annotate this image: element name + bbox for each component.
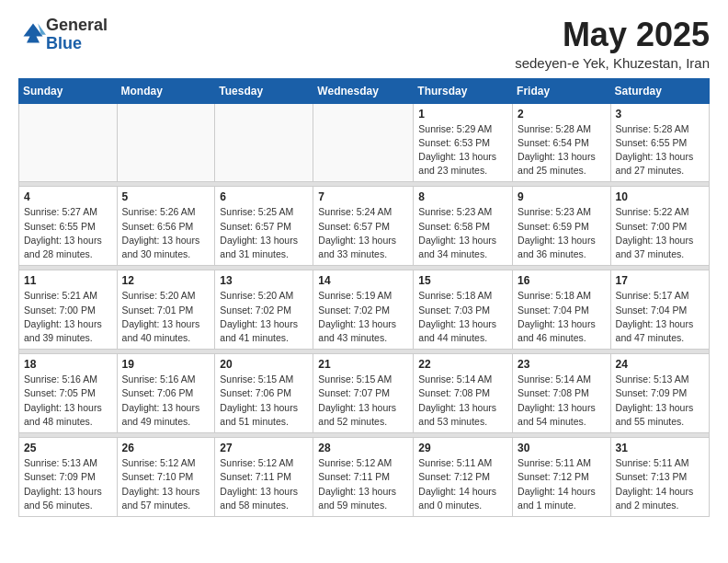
calendar-week-row: 1Sunrise: 5:29 AMSunset: 6:53 PMDaylight… bbox=[19, 103, 710, 182]
day-info: Sunrise: 5:19 AMSunset: 7:02 PMDaylight:… bbox=[318, 289, 408, 345]
day-number: 10 bbox=[616, 190, 704, 203]
day-number: 18 bbox=[24, 358, 112, 371]
day-number: 24 bbox=[616, 358, 704, 371]
calendar-day-cell bbox=[19, 103, 118, 182]
day-info: Sunrise: 5:17 AMSunset: 7:04 PMDaylight:… bbox=[616, 289, 704, 345]
col-tuesday: Tuesday bbox=[215, 78, 313, 103]
day-number: 27 bbox=[220, 442, 308, 454]
day-info: Sunrise: 5:13 AMSunset: 7:09 PMDaylight:… bbox=[24, 456, 112, 512]
calendar-day-cell: 27Sunrise: 5:12 AMSunset: 7:11 PMDayligh… bbox=[215, 438, 313, 517]
calendar-day-cell: 6Sunrise: 5:25 AMSunset: 6:57 PMDaylight… bbox=[215, 187, 313, 266]
calendar-week-row: 11Sunrise: 5:21 AMSunset: 7:00 PMDayligh… bbox=[19, 270, 710, 350]
day-number: 14 bbox=[318, 274, 408, 287]
calendar-table: Sunday Monday Tuesday Wednesday Thursday… bbox=[18, 78, 710, 517]
day-info: Sunrise: 5:12 AMSunset: 7:11 PMDaylight:… bbox=[318, 456, 408, 512]
calendar-day-cell bbox=[215, 103, 313, 182]
day-number: 9 bbox=[518, 190, 606, 203]
day-number: 20 bbox=[220, 358, 308, 371]
day-number: 3 bbox=[616, 108, 704, 121]
day-info: Sunrise: 5:20 AMSunset: 7:02 PMDaylight:… bbox=[220, 289, 308, 345]
day-info: Sunrise: 5:11 AMSunset: 7:13 PMDaylight:… bbox=[616, 456, 704, 512]
calendar-day-cell: 7Sunrise: 5:24 AMSunset: 6:57 PMDaylight… bbox=[313, 187, 414, 266]
calendar-day-cell bbox=[313, 103, 414, 182]
col-monday: Monday bbox=[117, 78, 215, 103]
day-info: Sunrise: 5:15 AMSunset: 7:07 PMDaylight:… bbox=[318, 373, 408, 429]
day-info: Sunrise: 5:20 AMSunset: 7:01 PMDaylight:… bbox=[122, 289, 210, 345]
calendar-day-cell: 29Sunrise: 5:11 AMSunset: 7:12 PMDayligh… bbox=[414, 438, 513, 517]
calendar-day-cell: 17Sunrise: 5:17 AMSunset: 7:04 PMDayligh… bbox=[610, 270, 709, 350]
header: General Blue May 2025 sedeyen-e Yek, Khu… bbox=[18, 17, 710, 71]
day-number: 31 bbox=[616, 442, 704, 454]
calendar-day-cell: 13Sunrise: 5:20 AMSunset: 7:02 PMDayligh… bbox=[215, 270, 313, 350]
day-number: 23 bbox=[518, 358, 606, 371]
logo: General Blue bbox=[18, 17, 108, 53]
day-number: 17 bbox=[616, 274, 704, 287]
calendar-week-row: 25Sunrise: 5:13 AMSunset: 7:09 PMDayligh… bbox=[19, 438, 710, 517]
day-number: 6 bbox=[220, 190, 308, 203]
day-number: 1 bbox=[418, 108, 507, 121]
calendar-day-cell: 24Sunrise: 5:13 AMSunset: 7:09 PMDayligh… bbox=[610, 354, 709, 433]
logo-text: General Blue bbox=[46, 17, 108, 53]
col-friday: Friday bbox=[513, 78, 611, 103]
col-thursday: Thursday bbox=[414, 78, 513, 103]
day-number: 26 bbox=[122, 442, 210, 454]
logo-icon bbox=[20, 20, 46, 46]
day-info: Sunrise: 5:12 AMSunset: 7:11 PMDaylight:… bbox=[220, 456, 308, 512]
day-info: Sunrise: 5:14 AMSunset: 7:08 PMDaylight:… bbox=[518, 373, 606, 429]
col-sunday: Sunday bbox=[19, 78, 118, 103]
day-number: 30 bbox=[518, 442, 606, 454]
calendar-day-cell: 3Sunrise: 5:28 AMSunset: 6:55 PMDaylight… bbox=[610, 103, 709, 182]
day-info: Sunrise: 5:12 AMSunset: 7:10 PMDaylight:… bbox=[122, 456, 210, 512]
day-number: 19 bbox=[122, 358, 210, 371]
day-info: Sunrise: 5:29 AMSunset: 6:53 PMDaylight:… bbox=[418, 122, 507, 178]
calendar-week-row: 18Sunrise: 5:16 AMSunset: 7:05 PMDayligh… bbox=[19, 354, 710, 433]
day-info: Sunrise: 5:21 AMSunset: 7:00 PMDaylight:… bbox=[24, 289, 112, 345]
calendar-header-row: Sunday Monday Tuesday Wednesday Thursday… bbox=[19, 78, 710, 103]
calendar-day-cell: 16Sunrise: 5:18 AMSunset: 7:04 PMDayligh… bbox=[513, 270, 611, 350]
col-saturday: Saturday bbox=[610, 78, 709, 103]
calendar-day-cell: 28Sunrise: 5:12 AMSunset: 7:11 PMDayligh… bbox=[313, 438, 414, 517]
day-info: Sunrise: 5:13 AMSunset: 7:09 PMDaylight:… bbox=[616, 373, 704, 429]
calendar-day-cell: 15Sunrise: 5:18 AMSunset: 7:03 PMDayligh… bbox=[414, 270, 513, 350]
day-info: Sunrise: 5:24 AMSunset: 6:57 PMDaylight:… bbox=[318, 205, 408, 261]
calendar-day-cell: 23Sunrise: 5:14 AMSunset: 7:08 PMDayligh… bbox=[513, 354, 611, 433]
day-number: 5 bbox=[122, 190, 210, 203]
calendar-day-cell: 4Sunrise: 5:27 AMSunset: 6:55 PMDaylight… bbox=[19, 187, 118, 266]
calendar-day-cell: 19Sunrise: 5:16 AMSunset: 7:06 PMDayligh… bbox=[117, 354, 215, 433]
col-wednesday: Wednesday bbox=[313, 78, 414, 103]
day-info: Sunrise: 5:11 AMSunset: 7:12 PMDaylight:… bbox=[418, 456, 507, 512]
logo-general: General bbox=[46, 16, 108, 34]
day-info: Sunrise: 5:22 AMSunset: 7:00 PMDaylight:… bbox=[616, 205, 704, 261]
day-number: 16 bbox=[518, 274, 606, 287]
day-number: 21 bbox=[318, 358, 408, 371]
day-number: 12 bbox=[122, 274, 210, 287]
month-title: May 2025 bbox=[515, 17, 710, 53]
location-subtitle: sedeyen-e Yek, Khuzestan, Iran bbox=[515, 55, 710, 71]
calendar-day-cell: 8Sunrise: 5:23 AMSunset: 6:58 PMDaylight… bbox=[414, 187, 513, 266]
day-info: Sunrise: 5:26 AMSunset: 6:56 PMDaylight:… bbox=[122, 205, 210, 261]
calendar-day-cell: 31Sunrise: 5:11 AMSunset: 7:13 PMDayligh… bbox=[610, 438, 709, 517]
title-block: May 2025 sedeyen-e Yek, Khuzestan, Iran bbox=[515, 17, 710, 71]
day-number: 7 bbox=[318, 190, 408, 203]
calendar-day-cell: 14Sunrise: 5:19 AMSunset: 7:02 PMDayligh… bbox=[313, 270, 414, 350]
calendar-day-cell: 10Sunrise: 5:22 AMSunset: 7:00 PMDayligh… bbox=[610, 187, 709, 266]
day-info: Sunrise: 5:28 AMSunset: 6:55 PMDaylight:… bbox=[616, 122, 704, 178]
calendar-day-cell: 11Sunrise: 5:21 AMSunset: 7:00 PMDayligh… bbox=[19, 270, 118, 350]
calendar-day-cell: 20Sunrise: 5:15 AMSunset: 7:06 PMDayligh… bbox=[215, 354, 313, 433]
day-info: Sunrise: 5:16 AMSunset: 7:06 PMDaylight:… bbox=[122, 373, 210, 429]
calendar-day-cell: 26Sunrise: 5:12 AMSunset: 7:10 PMDayligh… bbox=[117, 438, 215, 517]
calendar-day-cell: 21Sunrise: 5:15 AMSunset: 7:07 PMDayligh… bbox=[313, 354, 414, 433]
day-info: Sunrise: 5:15 AMSunset: 7:06 PMDaylight:… bbox=[220, 373, 308, 429]
calendar-day-cell: 18Sunrise: 5:16 AMSunset: 7:05 PMDayligh… bbox=[19, 354, 118, 433]
day-info: Sunrise: 5:16 AMSunset: 7:05 PMDaylight:… bbox=[24, 373, 112, 429]
day-number: 13 bbox=[220, 274, 308, 287]
day-info: Sunrise: 5:18 AMSunset: 7:04 PMDaylight:… bbox=[518, 289, 606, 345]
calendar-day-cell bbox=[117, 103, 215, 182]
day-number: 25 bbox=[24, 442, 112, 454]
day-info: Sunrise: 5:28 AMSunset: 6:54 PMDaylight:… bbox=[518, 122, 606, 178]
day-number: 22 bbox=[418, 358, 507, 371]
day-number: 8 bbox=[418, 190, 507, 203]
calendar-day-cell: 12Sunrise: 5:20 AMSunset: 7:01 PMDayligh… bbox=[117, 270, 215, 350]
calendar-day-cell: 25Sunrise: 5:13 AMSunset: 7:09 PMDayligh… bbox=[19, 438, 118, 517]
day-info: Sunrise: 5:27 AMSunset: 6:55 PMDaylight:… bbox=[24, 205, 112, 261]
